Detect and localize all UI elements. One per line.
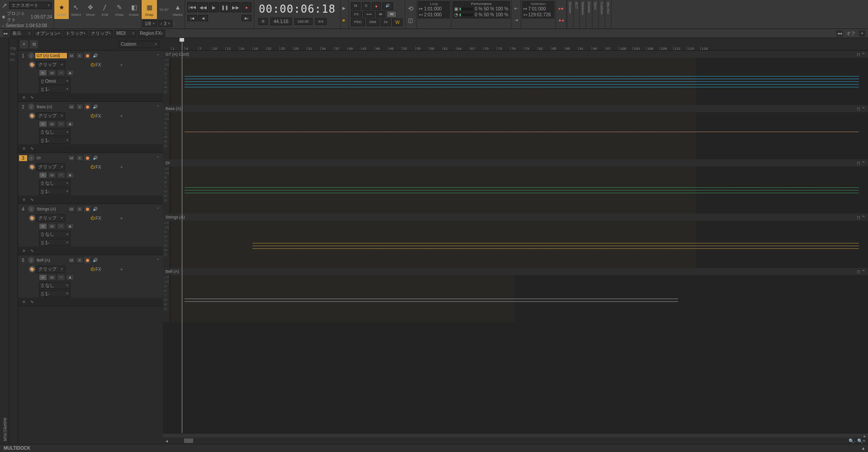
read-automation[interactable]: R — [39, 274, 47, 281]
write-automation[interactable]: W — [48, 223, 56, 229]
regionfx-menu[interactable]: Region FX — [138, 30, 165, 37]
forward-button[interactable]: ▶▶ — [231, 2, 241, 12]
add-track-button[interactable]: + — [20, 40, 28, 48]
time-sig[interactable]: 4/4 — [315, 18, 327, 25]
select-tool[interactable]: ↖Select — [69, 0, 83, 19]
toby-button[interactable]: TO BY — [157, 0, 171, 19]
fx-power-icon[interactable]: ⏻ — [90, 267, 95, 271]
solo-button[interactable]: S — [362, 2, 370, 10]
clip-dropdown[interactable]: クリップ — [36, 214, 65, 222]
track-menu[interactable]: トラック — [63, 30, 88, 37]
track-arm[interactable] — [84, 104, 90, 110]
envelope-icon[interactable]: ∿ — [29, 146, 35, 151]
add-fx-button[interactable]: + — [120, 216, 123, 221]
lane-maximize-icon[interactable]: □ — [857, 52, 860, 57]
track-arm[interactable] — [84, 206, 90, 212]
lane-header[interactable]: GT (A) Cord) □⌃ — [163, 51, 868, 58]
loop-toggle[interactable]: ⟲ — [408, 5, 413, 12]
track-input[interactable]: ▯ なし — [39, 231, 71, 238]
playhead[interactable] — [182, 38, 182, 50]
h-scrollbar[interactable]: ◂ 🔍-🔍+ — [163, 438, 868, 444]
time-ruler[interactable]: 1471013161922252831343740434649525558616… — [163, 38, 868, 51]
track-name[interactable]: GT (A) Cord) — [35, 53, 67, 58]
add-fx-button[interactable]: + — [120, 114, 123, 119]
envelope-icon[interactable]: ∿ — [29, 299, 35, 305]
edit-tool[interactable]: 〳Edit — [98, 0, 112, 19]
track-echo[interactable]: 🔊 — [91, 258, 99, 262]
track-echo[interactable]: 🔊 — [91, 207, 99, 211]
add-fx-button[interactable]: + — [120, 267, 123, 272]
lane-expand-icon[interactable]: ⌃ — [862, 52, 865, 57]
sample-rate[interactable]: 44.1/16 — [270, 18, 292, 25]
read-automation[interactable]: R — [39, 70, 47, 76]
automation-lane-icon[interactable]: ≡ — [21, 146, 27, 151]
track-name[interactable]: Strings (A) — [35, 206, 67, 212]
track-output[interactable]: ▯ 1- — [39, 188, 71, 195]
splitter[interactable]: ▴ — [163, 433, 868, 438]
view-menu[interactable]: 表示 — [10, 30, 33, 37]
lane-expand-icon[interactable]: ⌃ — [862, 106, 865, 111]
panel-tab-mix-rcl[interactable]: Mix Rcl — [605, 0, 611, 29]
clip-dropdown[interactable]: クリップ — [36, 266, 65, 273]
rewind-start-button[interactable]: |◀◀ — [187, 2, 197, 12]
track-mute[interactable]: M — [68, 155, 75, 161]
duplicate-track-button[interactable]: ⧉ — [30, 40, 38, 48]
write-automation[interactable]: W — [48, 172, 56, 178]
envelope-icon[interactable]: ∿ — [29, 95, 35, 100]
step-back-button[interactable]: ◀ — [198, 15, 208, 21]
fx-label[interactable]: FX — [95, 114, 101, 119]
fx-power-icon[interactable]: ⏻ — [90, 165, 95, 169]
lane-maximize-icon[interactable]: □ — [857, 106, 860, 111]
track-collapse[interactable]: ⌃ — [154, 53, 162, 58]
rewind-button[interactable]: ◀◀ — [198, 2, 208, 12]
punch-out-icon[interactable]: ●◂ — [559, 18, 564, 23]
track-arm[interactable] — [84, 155, 90, 161]
track-solo[interactable]: S — [76, 257, 83, 263]
track-name[interactable]: Bass (A) — [35, 104, 67, 109]
options-menu[interactable]: オプション — [33, 30, 62, 37]
clip-dropdown[interactable]: クリップ — [36, 163, 65, 171]
snap-resolution-1[interactable]: 1/8 — [142, 20, 157, 27]
track-number[interactable]: 2 — [19, 105, 27, 109]
fx-bypass-button[interactable]: FX — [351, 11, 362, 18]
track-collapse[interactable]: ⌃ — [154, 258, 162, 263]
clip-menu[interactable]: クリップ — [89, 30, 113, 37]
write-automation[interactable]: W — [48, 274, 56, 281]
timecode-display[interactable]: 00:00:06:18 — [255, 1, 339, 17]
write-automation[interactable]: W — [48, 121, 56, 127]
track-arm[interactable] — [84, 257, 90, 263]
automation-lane-icon[interactable]: ≡ — [21, 95, 27, 100]
automation-star[interactable]: * — [57, 172, 65, 178]
zoom-out-icon[interactable]: 🔍- — [849, 438, 855, 443]
panel-tab-sync[interactable]: Sync — [592, 0, 598, 29]
panel-tab-screen[interactable]: Screen — [567, 0, 573, 29]
track-input[interactable]: ▯ Omni — [39, 77, 71, 85]
read-automation[interactable]: R — [39, 223, 47, 229]
add-fx-button[interactable]: + — [120, 165, 123, 170]
track-mute[interactable]: M — [68, 257, 75, 263]
lane-expand-icon[interactable]: ⌃ — [862, 215, 865, 220]
step-fwd-button[interactable]: ▶| — [242, 15, 251, 21]
panel-tab-events[interactable]: Events — [586, 0, 592, 29]
track-echo[interactable]: 🔊 — [91, 156, 99, 160]
lane-expand-icon[interactable]: ⌃ — [862, 161, 865, 166]
sel-from-icon[interactable]: ⇤ — [514, 6, 518, 11]
zoom-in-icon[interactable]: 🔍+ — [857, 438, 865, 443]
lane-header[interactable]: Bass (A) □⌃ — [163, 105, 868, 112]
arm-button[interactable]: ● — [372, 2, 381, 10]
add-fx-button[interactable]: + — [120, 62, 123, 67]
menubar-add-button[interactable]: + — [859, 30, 865, 37]
marks-button[interactable]: ▲Marks — [171, 0, 185, 19]
midi-menu[interactable]: MIDI — [114, 30, 137, 37]
track-number[interactable]: 5 — [19, 258, 27, 263]
track-echo[interactable]: 🔊 — [91, 53, 99, 58]
lane-maximize-icon[interactable]: □ — [857, 161, 860, 166]
lane-maximize-icon[interactable]: □ — [857, 215, 860, 220]
engine-button[interactable]: ⚙ — [258, 18, 268, 25]
automation-a[interactable]: A — [66, 223, 74, 229]
record-button[interactable]: ● — [242, 2, 251, 12]
export-dropdown[interactable]: エクスポート — [9, 2, 52, 9]
sel-from[interactable]: 7:01:000 — [528, 6, 546, 11]
clip-dropdown[interactable]: クリップ — [36, 61, 65, 68]
track-number[interactable]: 3 — [19, 155, 27, 161]
